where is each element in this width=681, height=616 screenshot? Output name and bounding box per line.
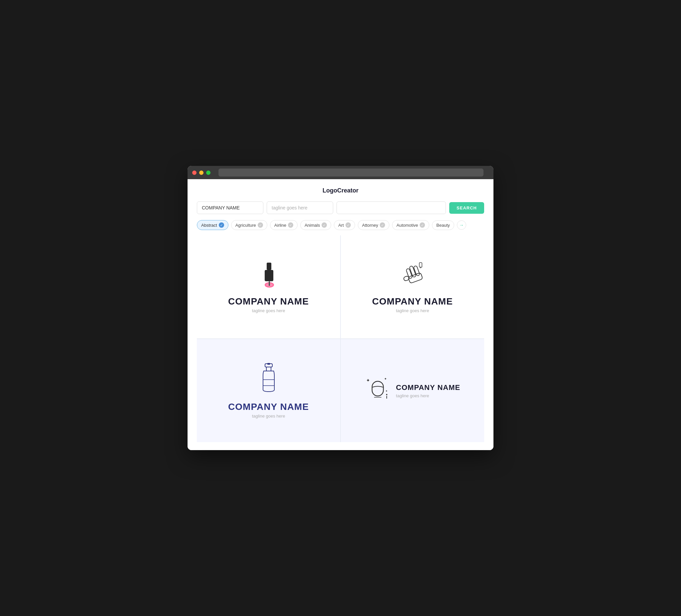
browser-window: LogoCreator SEARCH Abstract ✓ Agricultur… — [187, 166, 494, 450]
logo-2-tagline: tagline goes here — [396, 308, 429, 313]
minimize-button[interactable] — [199, 171, 203, 175]
filter-chip-airline[interactable]: Airline ✓ — [270, 220, 298, 230]
svg-point-21 — [386, 394, 387, 395]
svg-rect-14 — [263, 380, 274, 386]
logo-card-4[interactable]: ✦ ✦ ✦ — [341, 339, 484, 442]
check-icon-automotive: ✓ — [420, 223, 425, 228]
filter-chip-attorney[interactable]: Attorney ✓ — [358, 220, 389, 230]
svg-rect-8 — [408, 272, 423, 283]
logo-4-company-name: COMPANY NAME — [396, 383, 460, 392]
logo-1-company-name: COMPANY NAME — [228, 296, 309, 307]
logo-icon-3 — [257, 363, 280, 396]
feather-pen-icon — [396, 261, 429, 291]
address-bar — [219, 169, 483, 177]
svg-rect-10 — [419, 263, 422, 267]
svg-rect-19 — [372, 381, 383, 396]
filter-label-automotive: Automotive — [396, 223, 418, 228]
search-bar: SEARCH — [197, 202, 484, 214]
filter-chip-abstract[interactable]: Abstract ✓ — [197, 220, 228, 230]
logo-4-inner: ✦ ✦ ✦ — [365, 375, 460, 407]
app-container: LogoCreator SEARCH Abstract ✓ Agricultur… — [187, 179, 494, 450]
logo-icon-1 — [255, 261, 282, 291]
svg-rect-1 — [265, 270, 273, 281]
maximize-button[interactable] — [206, 171, 210, 175]
nail-polish-icon — [255, 261, 282, 291]
logo-card-3[interactable]: COMPANY NAME tagline goes here — [197, 339, 340, 442]
logo-3-tagline: tagline goes here — [252, 414, 285, 418]
close-button[interactable] — [192, 171, 197, 175]
logo-3-company-name: COMPANY NAME — [228, 402, 309, 412]
svg-rect-15 — [267, 363, 270, 365]
filter-chip-beauty[interactable]: Beauty — [432, 221, 454, 230]
logo-icon-4: ✦ ✦ ✦ — [365, 375, 392, 401]
filter-chip-automotive[interactable]: Automotive ✓ — [392, 220, 429, 230]
filter-label-airline: Airline — [274, 223, 286, 228]
bottle-icon — [257, 363, 280, 396]
check-icon-airline: ✓ — [288, 223, 293, 228]
check-icon-attorney: ✓ — [380, 223, 385, 228]
check-icon-abstract: ✓ — [219, 223, 224, 228]
svg-text:✦: ✦ — [385, 390, 388, 393]
browser-titlebar — [187, 166, 494, 179]
tagline-input[interactable] — [267, 202, 333, 214]
logo-4-text-block: COMPANY NAME tagline goes here — [396, 383, 460, 398]
filter-label-animals: Animals — [305, 223, 320, 228]
filter-chip-animals[interactable]: Animals ✓ — [300, 220, 331, 230]
svg-text:✦: ✦ — [384, 377, 387, 381]
filter-chip-agriculture[interactable]: Agriculture ✓ — [231, 220, 267, 230]
keyword-input[interactable] — [336, 202, 446, 214]
filter-label-agriculture: Agriculture — [235, 223, 256, 228]
search-button[interactable]: SEARCH — [449, 202, 484, 214]
filter-chip-art[interactable]: Art ✓ — [334, 220, 355, 230]
svg-text:✦: ✦ — [366, 378, 370, 383]
filter-label-attorney: Attorney — [362, 223, 378, 228]
svg-rect-0 — [267, 263, 271, 270]
check-icon-agriculture: ✓ — [258, 223, 263, 228]
logo-card-1[interactable]: COMPANY NAME tagline goes here — [197, 235, 340, 338]
logo-grid: COMPANY NAME tagline goes here — [197, 235, 484, 442]
filter-label-beauty: Beauty — [436, 223, 450, 228]
filter-bar: Abstract ✓ Agriculture ✓ Airline ✓ Anima… — [197, 220, 484, 230]
svg-rect-13 — [266, 367, 271, 371]
nail-sparkle-icon: ✦ ✦ ✦ — [365, 375, 392, 401]
filter-label-art: Art — [338, 223, 344, 228]
logo-2-company-name: COMPANY NAME — [372, 296, 453, 307]
filter-label-abstract: Abstract — [201, 223, 217, 228]
logo-4-tagline: tagline goes here — [396, 393, 460, 398]
app-title: LogoCreator — [197, 187, 484, 194]
check-icon-animals: ✓ — [322, 223, 327, 228]
company-name-input[interactable] — [197, 202, 263, 214]
filter-next-button[interactable]: → — [457, 221, 466, 230]
check-icon-art: ✓ — [346, 223, 351, 228]
logo-card-2[interactable]: COMPANY NAME tagline goes here — [341, 235, 484, 338]
svg-rect-4 — [269, 281, 270, 286]
logo-icon-2 — [396, 261, 429, 291]
logo-1-tagline: tagline goes here — [252, 308, 285, 313]
